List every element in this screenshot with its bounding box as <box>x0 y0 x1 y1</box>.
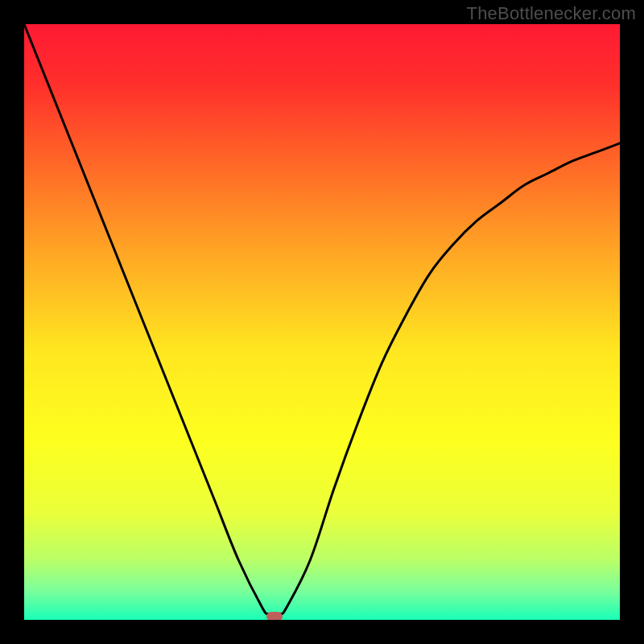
chart-frame: TheBottlenecker.com <box>0 0 644 644</box>
optimal-point-marker <box>266 612 283 620</box>
plot-area <box>24 24 620 620</box>
watermark-text: TheBottlenecker.com <box>467 3 636 24</box>
bottleneck-curve <box>24 24 620 620</box>
